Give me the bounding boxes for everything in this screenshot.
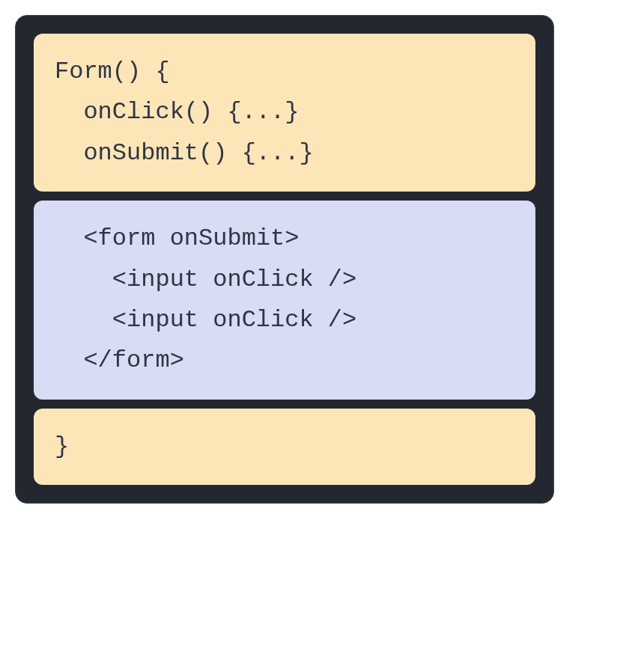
jsx-block: <form onSubmit> <input onClick /> <input… — [34, 201, 535, 400]
code-line-closing-brace: } — [55, 427, 514, 467]
code-line-input-2: <input onClick /> — [55, 300, 514, 340]
code-line-input-1: <input onClick /> — [55, 260, 514, 300]
function-close-block: } — [34, 409, 535, 485]
function-declaration-block: Form() { onClick() {...} onSubmit() {...… — [34, 34, 535, 192]
code-line-onsubmit: onSubmit() {...} — [55, 133, 514, 174]
code-line-onclick: onClick() {...} — [55, 92, 514, 132]
code-line-form-tag-close: </form> — [55, 340, 514, 381]
code-line-form-open: Form() { — [55, 52, 514, 92]
code-line-form-tag-open: <form onSubmit> — [55, 218, 514, 259]
code-diagram-container: Form() { onClick() {...} onSubmit() {...… — [15, 15, 554, 504]
